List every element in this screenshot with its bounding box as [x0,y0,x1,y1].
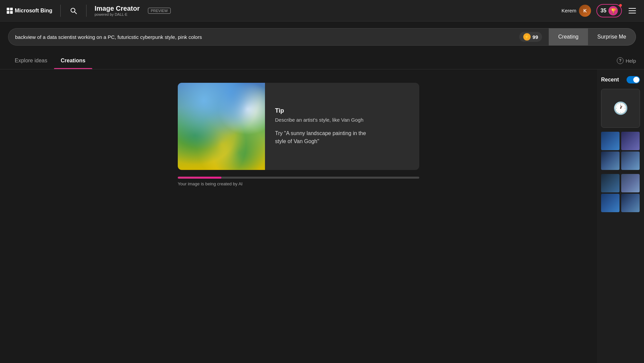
user-name: Kerem [561,8,576,13]
clock-icon: 🕐 [613,101,628,115]
reward-count: 35 [600,8,606,14]
progress-bar-fill [178,177,221,179]
help-circle-icon: ? [617,57,624,64]
tab-creations[interactable]: Creations [54,52,92,69]
thumbnail-grid-2 [601,174,640,212]
header-right: Kerem K 35 🏆 [561,4,637,17]
header-divider-2 [86,5,87,17]
coin-badge: ⚡ 99 [519,32,542,42]
recent-placeholder: 🕐 [601,89,640,128]
toggle-knob [633,77,639,83]
help-label: Help [626,58,636,64]
app-title: Image Creator [95,4,140,12]
app-title-group: Image Creator powered by DALL·E [95,4,140,17]
coin-count: 99 [533,34,538,40]
app-subtitle: powered by DALL·E [95,12,140,17]
thumbnail-6[interactable] [621,174,640,192]
reward-icon: 🏆 [608,6,618,15]
reward-dot [619,4,622,7]
tip-text-section: Tip Describe an artist's style, like Van… [265,83,376,170]
header-divider [60,5,61,17]
search-input[interactable] [15,34,516,40]
search-icon [70,7,77,14]
help-link[interactable]: ? Help [617,57,636,64]
search-button[interactable] [69,6,78,15]
thumbnail-1[interactable] [601,132,620,150]
surprise-me-button[interactable]: Surprise Me [588,28,636,46]
header: Microsoft Bing Image Creator powered by … [0,0,644,21]
progress-section: Your image is being created by AI [178,177,419,186]
svg-line-1 [74,12,76,14]
tip-label: Tip [275,107,366,114]
thumbnail-5[interactable] [601,174,620,192]
preview-badge: PREVIEW [148,8,171,14]
thumbnail-3[interactable] [601,152,620,170]
thumbnail-2[interactable] [621,132,640,150]
tip-example: Try "A sunny landscape painting in thest… [275,129,366,145]
coin-icon: ⚡ [523,33,531,41]
bing-logo-grid [7,8,13,14]
tab-explore[interactable]: Explore ideas [8,52,54,69]
progress-bar-track [178,177,419,179]
sidebar: Recent 🕐 [597,69,644,363]
thumbnail-grid-1 [601,132,640,170]
search-section: ⚡ 99 Creating Surprise Me [0,21,644,52]
tabs-section: Explore ideas Creations ? Help [0,52,644,69]
recent-toggle[interactable] [627,76,640,83]
sidebar-recent-label: Recent [601,76,640,83]
tip-image-inner [178,83,265,170]
reward-badge[interactable]: 35 🏆 [596,4,622,17]
creating-button[interactable]: Creating [549,28,588,46]
thumbnail-4[interactable] [621,152,640,170]
user-info[interactable]: Kerem K [561,5,591,17]
tip-image [178,83,265,170]
tip-card: Tip Describe an artist's style, like Van… [178,83,419,170]
avatar: K [579,5,591,17]
bing-logo[interactable]: Microsoft Bing [7,8,52,14]
main-content: Tip Describe an artist's style, like Van… [0,69,644,363]
center-content: Tip Describe an artist's style, like Van… [0,69,597,363]
thumbnail-8[interactable] [621,194,640,212]
thumbnail-7[interactable] [601,194,620,212]
tip-description: Describe an artist's style, like Van Gog… [275,117,366,123]
search-bar: ⚡ 99 [8,28,549,46]
progress-status: Your image is being created by AI [178,181,419,186]
menu-button[interactable] [627,7,637,15]
bing-logo-text: Microsoft Bing [15,8,52,14]
